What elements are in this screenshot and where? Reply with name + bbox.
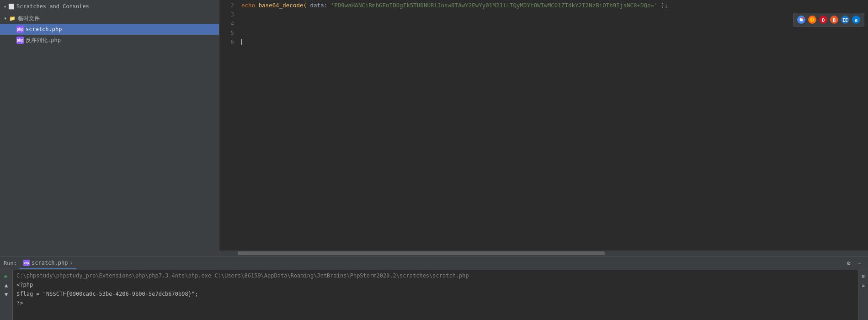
- scrollbar-thumb[interactable]: [238, 251, 605, 255]
- sidebar-item-label: 反序列化.php: [26, 37, 61, 44]
- output-command-text: C:\phpstudy\phpstudy_pro\Extensions\php\…: [16, 271, 469, 280]
- param-value: 'PD9waHANCiRmbGFnID0gIk5TU0NURlJnsw0TAwY…: [331, 1, 658, 10]
- editor-scrollbar[interactable]: [219, 251, 868, 256]
- chrome-icon[interactable]: C: [796, 15, 806, 25]
- output-php-close: ?>: [16, 299, 23, 308]
- edge-icon[interactable]: e: [851, 15, 861, 25]
- output-content: C:\phpstudy\phpstudy_pro\Extensions\php\…: [13, 270, 858, 320]
- svg-text:f: f: [811, 17, 814, 22]
- space: [255, 1, 259, 10]
- line-num-2: 2: [219, 1, 234, 10]
- php-tab-icon: php: [23, 260, 30, 266]
- close-paren: );: [658, 1, 668, 10]
- run-tab-marker: ↓: [69, 260, 73, 266]
- run-controls: ▶ ▲ ▼: [0, 270, 13, 320]
- fn-name: base64_decode(: [259, 1, 307, 10]
- run-header: Run: php scratch.php ↓ ⚙ −: [0, 256, 868, 270]
- sidebar: ▾ ⬜ Scratches and Consoles ▾ 📁 临时文件 php …: [0, 0, 219, 256]
- editor-content[interactable]: 2 3 4 5 6 echo base64_decode( data: 'PD9…: [219, 0, 868, 251]
- window-icon: ⬜: [8, 4, 15, 10]
- editor-area: C f O B: [219, 0, 868, 256]
- opera-icon[interactable]: O: [818, 15, 828, 25]
- echo-keyword: echo: [241, 1, 255, 10]
- code-line-3: [241, 10, 868, 19]
- down-button[interactable]: ▼: [2, 290, 11, 299]
- line-num-5: 5: [219, 28, 234, 37]
- svg-text:O: O: [822, 17, 825, 23]
- sidebar-item-label: scratch.php: [26, 26, 62, 32]
- output-line-php-open: <?php: [16, 280, 854, 289]
- browser-icons-toolbar: C f O B: [793, 13, 864, 27]
- output-php-open: <?php: [16, 280, 33, 289]
- right-vtabs: ⊞ ≡: [858, 270, 868, 320]
- output-line-php-close: ?>: [16, 299, 854, 308]
- top-panel: ▾ ⬜ Scratches and Consoles ▾ 📁 临时文件 php …: [0, 0, 868, 256]
- php-file-icon: php: [16, 37, 24, 44]
- play-button[interactable]: ▶: [2, 272, 11, 280]
- text-cursor: [241, 39, 242, 45]
- svg-text:B: B: [833, 17, 836, 23]
- ie-icon[interactable]: IE: [840, 15, 850, 25]
- run-label: Run:: [4, 260, 17, 267]
- output-line-command: C:\phpstudy\phpstudy_pro\Extensions\php\…: [16, 271, 854, 280]
- line-num-3: 3: [219, 10, 234, 19]
- code-editor[interactable]: echo base64_decode( data: 'PD9waHANCiRmb…: [238, 0, 868, 251]
- header-actions: ⚙ −: [844, 259, 864, 268]
- line-num-4: 4: [219, 19, 234, 28]
- settings-button[interactable]: ⚙: [844, 259, 853, 268]
- svg-text:C: C: [800, 17, 803, 22]
- code-line-2: echo base64_decode( data: 'PD9waHANCiRmb…: [241, 1, 868, 10]
- run-tab-name: scratch.php: [32, 260, 68, 266]
- folder-item[interactable]: ▾ 📁 临时文件: [0, 13, 219, 24]
- bottom-panel: Run: php scratch.php ↓ ⚙ − ▶ ▲ ▼ C:\phps…: [0, 256, 868, 320]
- output-line-flag: $flag = "NSSCTF{0900ca0c-53be-4206-9b00-…: [16, 289, 854, 299]
- chevron-down-icon: ▾: [4, 15, 7, 21]
- svg-text:e: e: [855, 17, 858, 23]
- code-line-5: [241, 28, 868, 37]
- line-numbers: 2 3 4 5 6: [219, 0, 238, 251]
- vtab-icon-2[interactable]: ≡: [859, 281, 868, 289]
- code-line-4: [241, 19, 868, 28]
- folder-label: 临时文件: [18, 15, 40, 22]
- sidebar-item-scratch-php[interactable]: php scratch.php: [0, 24, 219, 35]
- output-flag-text: $flag = "NSSCTF{0900ca0c-53be-4206-9b00-…: [16, 289, 198, 299]
- run-tab-scratch-php[interactable]: php scratch.php ↓: [20, 258, 76, 269]
- vtab-icon-1[interactable]: ⊞: [859, 272, 868, 280]
- scrollbar-track[interactable]: [238, 251, 850, 255]
- chevron-down-icon: ▾: [4, 4, 6, 9]
- sidebar-header: ▾ ⬜ Scratches and Consoles: [0, 0, 219, 13]
- minimize-button[interactable]: −: [855, 259, 864, 268]
- sidebar-item-deserialize-php[interactable]: php 反序列化.php: [0, 35, 219, 46]
- run-output: ▶ ▲ ▼ C:\phpstudy\phpstudy_pro\Extension…: [0, 270, 868, 320]
- code-line-6: [241, 37, 868, 47]
- line-num-6: 6: [219, 37, 234, 47]
- svg-text:IE: IE: [842, 18, 848, 23]
- firefox-icon[interactable]: f: [807, 15, 817, 25]
- up-button[interactable]: ▲: [2, 281, 11, 289]
- sidebar-title: Scratches and Consoles: [16, 3, 89, 10]
- php-file-icon: php: [16, 26, 24, 33]
- brave-icon[interactable]: B: [829, 15, 839, 25]
- param-label: data:: [307, 1, 331, 10]
- folder-icon: 📁: [9, 15, 16, 22]
